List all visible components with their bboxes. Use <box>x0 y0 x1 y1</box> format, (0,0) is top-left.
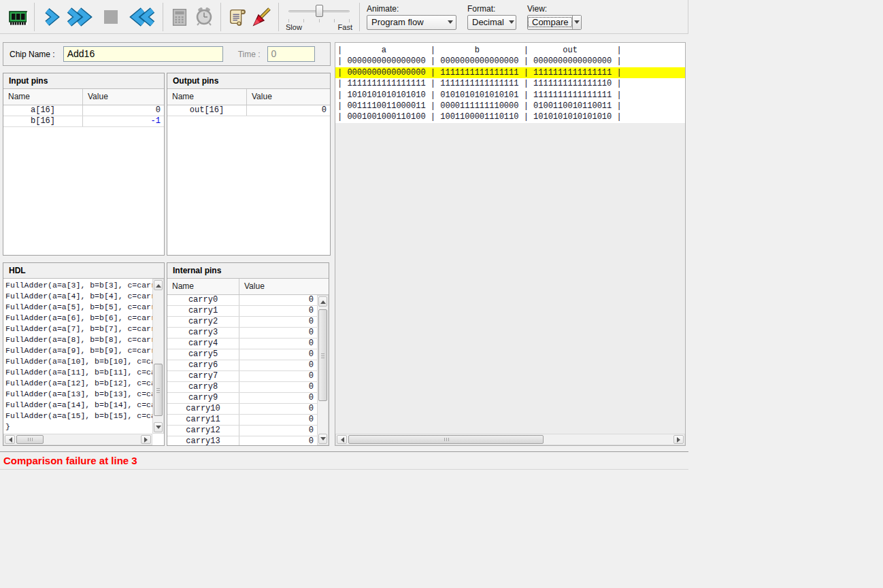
pin-value: 0 <box>239 393 317 403</box>
toolbar-separator <box>359 3 360 31</box>
speed-slider-labels: Slow Fast <box>286 23 352 31</box>
compare-row: | 0011110011000011 | 0000111111110000 | … <box>335 101 685 111</box>
pin-value: 0 <box>239 317 317 327</box>
stop-icon <box>101 7 120 27</box>
internal-pins-panel: Internal pins Name Value carry00carry10c… <box>167 262 329 446</box>
column-header-value: Value <box>239 279 269 294</box>
pin-name: carry9 <box>167 393 239 403</box>
hdl-code: FullAdder(a=a[3], b=b[3], c=carrFullAdde… <box>3 279 152 434</box>
pin-name: b[16] <box>3 116 83 126</box>
speed-slider[interactable]: Slow Fast <box>286 3 352 31</box>
table-row: carry60 <box>167 360 317 371</box>
column-header-value: Value <box>247 89 277 105</box>
scroll-up-arrow[interactable] <box>154 280 163 290</box>
run-button[interactable] <box>63 4 93 30</box>
single-step-button[interactable] <box>39 4 63 30</box>
table-row: carry40 <box>167 339 317 349</box>
table-row: carry10 <box>167 306 317 317</box>
toolbar-separator <box>278 3 279 31</box>
pin-name: carry1 <box>167 306 239 316</box>
scroll-left-arrow[interactable] <box>5 435 15 444</box>
output-pins-title: Output pins <box>167 73 330 89</box>
scroll-down-arrow[interactable] <box>318 434 327 444</box>
toolbar: Slow Fast Animate: Program flow Format: … <box>0 0 688 34</box>
compare-header-row: | a | b | out | <box>335 45 685 56</box>
pin-name: carry10 <box>167 404 239 414</box>
chevron-down-icon <box>508 16 516 29</box>
chip-name-label: Chip Name : <box>10 50 55 59</box>
animate-select[interactable]: Program flow <box>367 15 456 30</box>
reset-button[interactable] <box>129 4 159 30</box>
format-select[interactable]: Decimal <box>467 15 516 30</box>
pin-name: carry12 <box>167 426 239 436</box>
pin-name: carry7 <box>167 371 239 381</box>
pin-value: 0 <box>239 415 317 425</box>
speed-slider-thumb[interactable] <box>316 5 323 17</box>
stop-button[interactable] <box>99 4 123 30</box>
input-pins-header: Name Value <box>3 89 164 105</box>
scrollbar-thumb[interactable] <box>16 435 44 444</box>
hdl-horizontal-scrollbar[interactable] <box>3 434 152 445</box>
pin-name: carry13 <box>167 436 239 445</box>
hdl-vertical-scrollbar[interactable] <box>152 279 164 434</box>
pin-name: out[16] <box>167 105 247 116</box>
input-pins-title: Input pins <box>3 73 164 89</box>
compare-row: | 1010101010101010 | 0101010101010101 | … <box>335 90 685 101</box>
pin-name: carry4 <box>167 339 239 349</box>
time-label: Time : <box>238 50 261 59</box>
pin-value: 0 <box>239 295 317 305</box>
breakpoints-button[interactable] <box>250 4 274 30</box>
column-header-value: Value <box>83 89 113 105</box>
table-row: carry30 <box>167 328 317 339</box>
pin-name: carry2 <box>167 317 239 327</box>
table-row: carry100 <box>167 404 317 415</box>
pin-value: 0 <box>239 328 317 338</box>
toolbar-separator <box>163 3 163 31</box>
pin-value: 0 <box>247 105 330 116</box>
view-hdl-button[interactable] <box>225 4 250 30</box>
single-step-icon <box>41 6 61 28</box>
scroll-left-arrow[interactable] <box>337 435 347 444</box>
hdl-line: FullAdder(a=a[10], b=b[10], c=ca <box>5 356 152 367</box>
chip-name-input[interactable]: Add16 <box>63 46 223 62</box>
internal-pins-header: Name Value <box>167 279 329 295</box>
scroll-right-arrow[interactable] <box>673 435 684 444</box>
pin-name: a[16] <box>3 105 83 116</box>
internal-pins-rows: carry00carry10carry20carry30carry40carry… <box>167 295 317 445</box>
table-row: carry50 <box>167 349 317 360</box>
scrollbar-thumb[interactable] <box>318 309 327 402</box>
table-row: carry90 <box>167 393 317 404</box>
load-chip-icon <box>7 6 29 28</box>
chevron-down-icon[interactable] <box>572 16 581 29</box>
calculator-button[interactable] <box>167 4 192 30</box>
hdl-line: FullAdder(a=a[6], b=b[6], c=carr <box>5 313 152 324</box>
scroll-down-arrow[interactable] <box>154 422 163 432</box>
view-select[interactable]: Compare <box>527 15 582 30</box>
scrollbar-thumb[interactable] <box>348 435 544 444</box>
animate-value: Program flow <box>367 17 444 27</box>
hdl-line: FullAdder(a=a[5], b=b[5], c=carr <box>5 302 152 313</box>
chevron-down-icon <box>444 16 456 29</box>
pin-value: 0 <box>239 426 317 436</box>
pin-value: 0 <box>239 349 317 360</box>
table-row: carry110 <box>167 415 317 426</box>
internal-vertical-scrollbar[interactable] <box>317 295 329 445</box>
speed-slider-ticks <box>288 19 350 22</box>
breakpoints-icon <box>251 6 273 28</box>
clock-button[interactable] <box>192 4 216 30</box>
column-header-name: Name <box>167 279 239 294</box>
pin-name: carry0 <box>167 295 239 305</box>
scrollbar-thumb[interactable] <box>154 364 163 416</box>
pin-value[interactable]: -1 <box>83 116 164 126</box>
pin-value[interactable]: 0 <box>83 105 164 116</box>
format-value: Decimal <box>468 17 508 27</box>
hdl-line: FullAdder(a=a[12], b=b[12], c=ca <box>5 378 152 389</box>
toolbar-separator <box>34 3 35 31</box>
scroll-up-arrow[interactable] <box>318 296 327 307</box>
compare-horizontal-scrollbar[interactable] <box>335 434 685 445</box>
scroll-right-arrow[interactable] <box>141 435 151 444</box>
pin-name: carry3 <box>167 328 239 338</box>
load-chip-button[interactable] <box>5 4 30 30</box>
compare-row: | 1111111111111111 | 1111111111111111 | … <box>335 78 685 89</box>
animate-label: Animate: <box>367 4 456 14</box>
